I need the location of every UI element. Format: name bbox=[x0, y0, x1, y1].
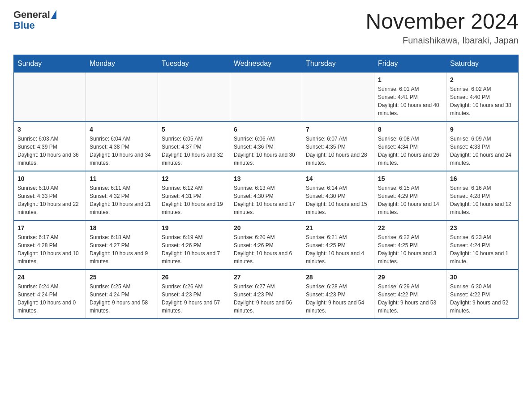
calendar-cell: 4Sunrise: 6:04 AM Sunset: 4:38 PM Daylig… bbox=[86, 122, 158, 171]
title-section: November 2024 Funaishikawa, Ibaraki, Jap… bbox=[365, 9, 519, 46]
calendar-cell: 27Sunrise: 6:27 AM Sunset: 4:23 PM Dayli… bbox=[230, 270, 302, 319]
day-info: Sunrise: 6:19 AM Sunset: 4:26 PM Dayligh… bbox=[162, 233, 226, 265]
day-info: Sunrise: 6:11 AM Sunset: 4:32 PM Dayligh… bbox=[90, 184, 154, 216]
calendar-cell: 8Sunrise: 6:08 AM Sunset: 4:34 PM Daylig… bbox=[374, 122, 446, 171]
calendar-body: 1Sunrise: 6:01 AM Sunset: 4:41 PM Daylig… bbox=[14, 73, 519, 319]
day-info: Sunrise: 6:30 AM Sunset: 4:22 PM Dayligh… bbox=[450, 283, 515, 315]
day-info: Sunrise: 6:23 AM Sunset: 4:24 PM Dayligh… bbox=[450, 233, 515, 265]
logo-triangle-icon bbox=[51, 10, 56, 19]
day-info: Sunrise: 6:28 AM Sunset: 4:23 PM Dayligh… bbox=[306, 283, 370, 315]
day-info: Sunrise: 6:26 AM Sunset: 4:23 PM Dayligh… bbox=[162, 283, 226, 315]
calendar-table: SundayMondayTuesdayWednesdayThursdayFrid… bbox=[13, 55, 519, 319]
day-info: Sunrise: 6:05 AM Sunset: 4:37 PM Dayligh… bbox=[162, 135, 226, 167]
calendar-cell: 3Sunrise: 6:03 AM Sunset: 4:39 PM Daylig… bbox=[14, 122, 86, 171]
calendar-cell: 6Sunrise: 6:06 AM Sunset: 4:36 PM Daylig… bbox=[230, 122, 302, 171]
day-info: Sunrise: 6:16 AM Sunset: 4:28 PM Dayligh… bbox=[450, 184, 515, 216]
day-info: Sunrise: 6:24 AM Sunset: 4:24 PM Dayligh… bbox=[17, 283, 82, 315]
calendar-cell: 13Sunrise: 6:13 AM Sunset: 4:30 PM Dayli… bbox=[230, 171, 302, 220]
calendar-week-1: 1Sunrise: 6:01 AM Sunset: 4:41 PM Daylig… bbox=[14, 73, 519, 122]
weekday-header-sunday: Sunday bbox=[14, 55, 86, 73]
day-number: 11 bbox=[90, 175, 154, 182]
day-info: Sunrise: 6:10 AM Sunset: 4:33 PM Dayligh… bbox=[17, 184, 82, 216]
calendar-week-2: 3Sunrise: 6:03 AM Sunset: 4:39 PM Daylig… bbox=[14, 122, 519, 171]
day-info: Sunrise: 6:20 AM Sunset: 4:26 PM Dayligh… bbox=[234, 233, 298, 265]
logo-general-text: General bbox=[13, 9, 50, 21]
day-number: 29 bbox=[378, 274, 442, 281]
calendar-cell: 12Sunrise: 6:12 AM Sunset: 4:31 PM Dayli… bbox=[158, 171, 230, 220]
calendar-cell bbox=[158, 73, 230, 122]
weekday-header-saturday: Saturday bbox=[446, 55, 519, 73]
weekday-header-wednesday: Wednesday bbox=[230, 55, 302, 73]
calendar-cell bbox=[14, 73, 86, 122]
day-info: Sunrise: 6:15 AM Sunset: 4:29 PM Dayligh… bbox=[378, 184, 442, 216]
day-number: 17 bbox=[17, 224, 82, 231]
day-number: 10 bbox=[17, 175, 82, 182]
calendar-cell: 24Sunrise: 6:24 AM Sunset: 4:24 PM Dayli… bbox=[14, 270, 86, 319]
day-number: 3 bbox=[17, 126, 82, 133]
calendar-cell: 19Sunrise: 6:19 AM Sunset: 4:26 PM Dayli… bbox=[158, 220, 230, 270]
calendar-cell: 10Sunrise: 6:10 AM Sunset: 4:33 PM Dayli… bbox=[14, 171, 86, 220]
calendar-cell bbox=[86, 73, 158, 122]
calendar-cell: 14Sunrise: 6:14 AM Sunset: 4:30 PM Dayli… bbox=[302, 171, 374, 220]
day-number: 30 bbox=[450, 274, 515, 281]
calendar-cell: 15Sunrise: 6:15 AM Sunset: 4:29 PM Dayli… bbox=[374, 171, 446, 220]
calendar-cell: 22Sunrise: 6:22 AM Sunset: 4:25 PM Dayli… bbox=[374, 220, 446, 270]
day-number: 28 bbox=[306, 274, 370, 281]
day-number: 1 bbox=[378, 76, 442, 83]
page-header: General Blue November 2024 Funaishikawa,… bbox=[13, 9, 519, 46]
day-info: Sunrise: 6:03 AM Sunset: 4:39 PM Dayligh… bbox=[17, 135, 82, 167]
calendar-cell: 30Sunrise: 6:30 AM Sunset: 4:22 PM Dayli… bbox=[446, 270, 519, 319]
day-number: 20 bbox=[234, 224, 298, 231]
day-number: 6 bbox=[234, 126, 298, 133]
day-number: 8 bbox=[378, 126, 442, 133]
day-info: Sunrise: 6:08 AM Sunset: 4:34 PM Dayligh… bbox=[378, 135, 442, 167]
calendar-week-3: 10Sunrise: 6:10 AM Sunset: 4:33 PM Dayli… bbox=[14, 171, 519, 220]
day-info: Sunrise: 6:01 AM Sunset: 4:41 PM Dayligh… bbox=[378, 85, 442, 117]
calendar-title: November 2024 bbox=[365, 9, 519, 34]
logo-blue-text: Blue bbox=[13, 20, 35, 31]
day-number: 26 bbox=[162, 274, 226, 281]
calendar-cell: 25Sunrise: 6:25 AM Sunset: 4:24 PM Dayli… bbox=[86, 270, 158, 319]
calendar-cell: 9Sunrise: 6:09 AM Sunset: 4:33 PM Daylig… bbox=[446, 122, 519, 171]
calendar-cell: 21Sunrise: 6:21 AM Sunset: 4:25 PM Dayli… bbox=[302, 220, 374, 270]
calendar-cell: 18Sunrise: 6:18 AM Sunset: 4:27 PM Dayli… bbox=[86, 220, 158, 270]
day-number: 23 bbox=[450, 224, 515, 231]
day-info: Sunrise: 6:07 AM Sunset: 4:35 PM Dayligh… bbox=[306, 135, 370, 167]
day-info: Sunrise: 6:13 AM Sunset: 4:30 PM Dayligh… bbox=[234, 184, 298, 216]
weekday-header-monday: Monday bbox=[86, 55, 158, 73]
day-info: Sunrise: 6:12 AM Sunset: 4:31 PM Dayligh… bbox=[162, 184, 226, 216]
day-number: 5 bbox=[162, 126, 226, 133]
day-info: Sunrise: 6:25 AM Sunset: 4:24 PM Dayligh… bbox=[90, 283, 154, 315]
calendar-cell: 5Sunrise: 6:05 AM Sunset: 4:37 PM Daylig… bbox=[158, 122, 230, 171]
calendar-cell: 26Sunrise: 6:26 AM Sunset: 4:23 PM Dayli… bbox=[158, 270, 230, 319]
day-number: 21 bbox=[306, 224, 370, 231]
day-number: 24 bbox=[17, 274, 82, 281]
calendar-cell: 1Sunrise: 6:01 AM Sunset: 4:41 PM Daylig… bbox=[374, 73, 446, 122]
day-number: 4 bbox=[90, 126, 154, 133]
weekday-header-friday: Friday bbox=[374, 55, 446, 73]
day-info: Sunrise: 6:27 AM Sunset: 4:23 PM Dayligh… bbox=[234, 283, 298, 315]
day-number: 2 bbox=[450, 76, 515, 83]
day-number: 19 bbox=[162, 224, 226, 231]
calendar-cell: 29Sunrise: 6:29 AM Sunset: 4:22 PM Dayli… bbox=[374, 270, 446, 319]
day-number: 9 bbox=[450, 126, 515, 133]
calendar-cell: 28Sunrise: 6:28 AM Sunset: 4:23 PM Dayli… bbox=[302, 270, 374, 319]
day-info: Sunrise: 6:17 AM Sunset: 4:28 PM Dayligh… bbox=[17, 233, 82, 265]
calendar-cell: 17Sunrise: 6:17 AM Sunset: 4:28 PM Dayli… bbox=[14, 220, 86, 270]
calendar-cell: 23Sunrise: 6:23 AM Sunset: 4:24 PM Dayli… bbox=[446, 220, 519, 270]
day-number: 7 bbox=[306, 126, 370, 133]
day-info: Sunrise: 6:06 AM Sunset: 4:36 PM Dayligh… bbox=[234, 135, 298, 167]
day-info: Sunrise: 6:18 AM Sunset: 4:27 PM Dayligh… bbox=[90, 233, 154, 265]
calendar-cell: 16Sunrise: 6:16 AM Sunset: 4:28 PM Dayli… bbox=[446, 171, 519, 220]
calendar-cell bbox=[230, 73, 302, 122]
day-number: 15 bbox=[378, 175, 442, 182]
weekday-header-thursday: Thursday bbox=[302, 55, 374, 73]
day-info: Sunrise: 6:02 AM Sunset: 4:40 PM Dayligh… bbox=[450, 85, 515, 117]
calendar-cell: 11Sunrise: 6:11 AM Sunset: 4:32 PM Dayli… bbox=[86, 171, 158, 220]
day-info: Sunrise: 6:04 AM Sunset: 4:38 PM Dayligh… bbox=[90, 135, 154, 167]
logo: General Blue bbox=[13, 9, 56, 31]
calendar-cell: 7Sunrise: 6:07 AM Sunset: 4:35 PM Daylig… bbox=[302, 122, 374, 171]
day-number: 18 bbox=[90, 224, 154, 231]
day-info: Sunrise: 6:14 AM Sunset: 4:30 PM Dayligh… bbox=[306, 184, 370, 216]
calendar-cell: 2Sunrise: 6:02 AM Sunset: 4:40 PM Daylig… bbox=[446, 73, 519, 122]
